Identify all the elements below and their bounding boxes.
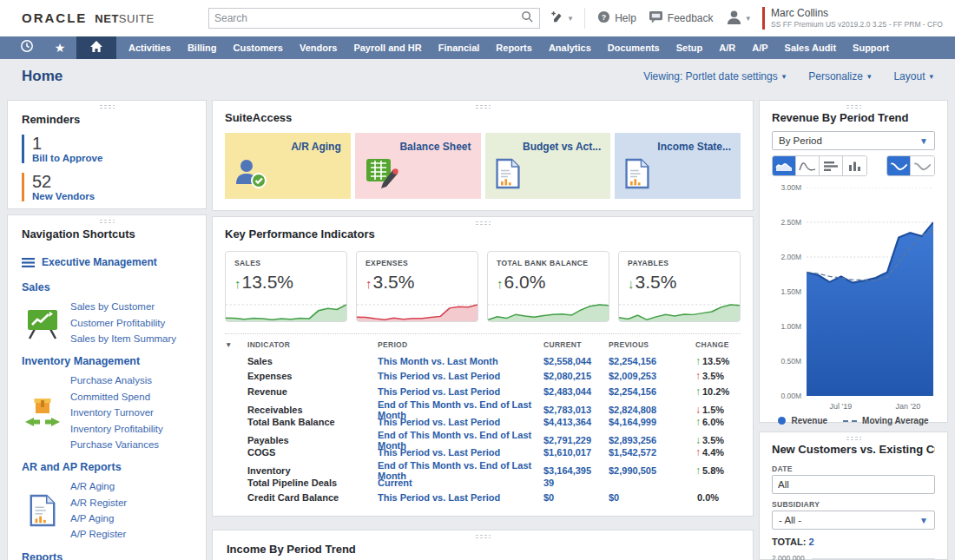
current-value[interactable]: $2,483,044 [543, 386, 609, 397]
nav-item-ar[interactable]: A/R [719, 43, 735, 53]
kpi-card-payables[interactable]: PAYABLES ↓ 3.5% [618, 251, 741, 322]
feedback-button[interactable]: Feedback [649, 10, 714, 26]
shortcut-link[interactable]: A/R Register [70, 495, 192, 511]
drag-handle[interactable] [99, 219, 115, 224]
line-chart-button[interactable] [796, 156, 820, 175]
nav-item-reports[interactable]: Reports [496, 43, 532, 53]
suiteaccess-tile-income-statement[interactable]: Income State... [615, 133, 741, 199]
create-new-menu[interactable]: ▾ [550, 10, 573, 27]
tile-label[interactable]: Balance Sheet [399, 141, 471, 153]
personalize-label[interactable]: Personalize [808, 70, 863, 82]
nav-item-activities[interactable]: Activities [128, 43, 171, 53]
column-chart-button[interactable] [843, 156, 866, 175]
shortcut-link[interactable]: A/P Register [70, 526, 192, 542]
current-value[interactable]: 39 [543, 478, 609, 488]
subsidiary-dropdown[interactable]: - All - ▼ [772, 511, 935, 530]
user-avatar-icon[interactable] [726, 9, 742, 28]
shortcuts-button[interactable]: ★ [43, 36, 76, 59]
kpi-card-expenses[interactable]: EXPENSES ↑ 3.5% [356, 251, 478, 322]
reminder-link[interactable]: Bill to Approve [32, 153, 192, 163]
home-icon[interactable] [89, 40, 103, 56]
current-value[interactable]: $2,080,215 [543, 371, 609, 381]
nav-item-vendors[interactable]: Vendors [300, 43, 337, 53]
period-link[interactable]: Current [378, 478, 543, 488]
trend-off-button[interactable] [911, 156, 934, 175]
reminder-item[interactable]: 1 Bill to Approve [22, 135, 192, 163]
shortcut-section-sales[interactable]: Sales [22, 281, 192, 293]
kpi-card-sales[interactable]: SALES ↑ 13.5% [225, 251, 347, 322]
period-link[interactable]: This Period vs. Last Period [378, 447, 543, 458]
chevron-down-icon[interactable]: ▾ [569, 14, 573, 23]
tile-label[interactable]: Budget vs Act... [523, 141, 601, 153]
chevron-down-icon[interactable]: ▾ [782, 72, 787, 81]
shortcut-link[interactable]: Inventory Profitability [70, 421, 192, 437]
help-label[interactable]: Help [615, 12, 636, 24]
shortcut-link[interactable]: A/P Aging [70, 511, 192, 526]
tile-label[interactable]: A/R Aging [291, 141, 341, 153]
previous-value[interactable]: $0 [609, 492, 695, 503]
nav-item-analytics[interactable]: Analytics [549, 43, 591, 53]
reminder-item[interactable]: 52 New Vendors [22, 173, 192, 201]
nav-item-customers[interactable]: Customers [234, 43, 283, 53]
current-value[interactable]: $2,558,044 [543, 356, 609, 366]
star-icon[interactable]: ★ [55, 42, 66, 54]
user-menu[interactable]: ▾ [726, 9, 751, 28]
suiteaccess-tile-ar-aging[interactable]: A/R Aging [225, 133, 351, 199]
chevron-down-icon[interactable]: ▾ [747, 14, 751, 23]
current-value[interactable]: $2,791,229 [543, 435, 609, 445]
tile-label[interactable]: Income State... [657, 141, 731, 153]
previous-value[interactable]: $2,009,253 [609, 371, 695, 381]
clock-icon[interactable] [20, 39, 34, 56]
shortcut-link[interactable]: Sales by Item Summary [70, 331, 192, 346]
personalize-menu[interactable]: Personalize ▾ [808, 70, 871, 82]
layout-menu[interactable]: Layout ▾ [893, 70, 933, 82]
period-dropdown-value[interactable]: By Period [779, 135, 822, 146]
global-search[interactable] [208, 8, 540, 29]
previous-value[interactable]: $2,990,505 [609, 465, 695, 476]
period-link[interactable]: This Period vs. Last Period [378, 492, 543, 503]
user-name[interactable]: Marc Collins [771, 7, 943, 20]
drag-handle[interactable] [846, 436, 861, 441]
area-chart-button[interactable] [773, 156, 796, 175]
reminder-link[interactable]: New Vendors [32, 191, 192, 201]
suiteaccess-tile-balance-sheet[interactable]: Balance Sheet [355, 133, 481, 199]
period-link[interactable]: This Period vs. Last Period [378, 371, 543, 381]
suiteaccess-tile-budget-vs-actual[interactable]: Budget vs Act... [485, 133, 611, 199]
nav-item-ap[interactable]: A/P [752, 43, 767, 53]
current-value[interactable]: $2,783,013 [543, 405, 609, 415]
previous-value[interactable]: $4,164,999 [609, 417, 695, 427]
trend-on-button[interactable] [887, 156, 911, 175]
total-value[interactable]: 2 [808, 537, 813, 547]
previous-value[interactable]: $2,824,808 [609, 405, 695, 415]
nav-item-documents[interactable]: Documents [608, 43, 660, 53]
drag-handle[interactable] [99, 104, 115, 109]
horizontal-bars-button[interactable] [820, 156, 843, 175]
period-link[interactable]: This Period vs. Last Period [378, 417, 543, 427]
feedback-label[interactable]: Feedback [668, 12, 714, 24]
shortcut-section-inventory[interactable]: Inventory Management [22, 355, 192, 367]
feedback-icon[interactable] [649, 10, 663, 26]
subsidiary-dropdown-value[interactable]: - All - [779, 515, 801, 525]
previous-value[interactable]: $2,254,156 [609, 356, 695, 366]
chevron-down-icon[interactable]: ▾ [867, 72, 872, 81]
legend-revenue[interactable]: Revenue [778, 416, 827, 425]
previous-value[interactable]: $1,542,572 [609, 447, 695, 458]
layout-label[interactable]: Layout [893, 70, 925, 82]
nav-item-setup[interactable]: Setup [676, 43, 703, 53]
nav-item-payroll-hr[interactable]: Payroll and HR [353, 43, 421, 53]
shortcut-link[interactable]: Customer Profitability [70, 315, 192, 331]
viewing-settings-menu[interactable]: Viewing: Portlet date settings ▾ [643, 70, 786, 82]
shortcut-link-executive-management[interactable]: Executive Management [42, 254, 157, 271]
user-info[interactable]: Marc Collins SS FF Premium US v2019.2.0 … [762, 7, 943, 30]
date-input[interactable] [772, 475, 935, 494]
shortcut-link[interactable]: Committed Spend [70, 389, 192, 405]
recent-records-button[interactable] [10, 36, 43, 59]
legend-moving-average[interactable]: Moving Average [843, 416, 929, 425]
current-value[interactable]: $1,610,017 [543, 447, 609, 458]
shortcut-link[interactable]: Purchase Variances [70, 437, 192, 452]
plot-area[interactable]: Jul '19 Jan '20 [807, 188, 933, 396]
shortcut-section-ar-ap[interactable]: AR and AP Reports [22, 461, 192, 473]
nav-item-support[interactable]: Support [853, 43, 889, 53]
previous-value[interactable]: $2,893,256 [609, 435, 695, 445]
chevron-down-icon[interactable]: ▼ [919, 136, 928, 146]
